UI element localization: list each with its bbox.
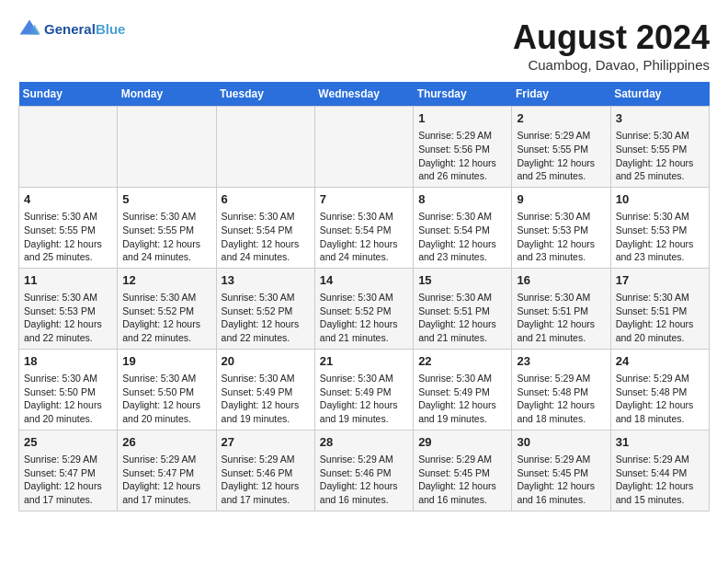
- day-info: Daylight: 12 hours: [222, 398, 310, 412]
- day-number: 15: [418, 272, 506, 289]
- day-info: Sunset: 5:52 PM: [320, 304, 408, 318]
- title-block: August 2024 Cuambog, Davao, Philippines: [513, 18, 710, 73]
- day-info: and 16 minutes.: [517, 493, 605, 507]
- day-info: Sunset: 5:45 PM: [517, 466, 605, 480]
- day-number: 9: [517, 191, 605, 208]
- day-number: 8: [418, 191, 506, 208]
- day-info: Sunset: 5:48 PM: [517, 385, 605, 399]
- day-info: Daylight: 12 hours: [24, 479, 112, 493]
- day-info: Sunrise: 5:29 AM: [616, 372, 704, 385]
- calendar-cell: 2Sunrise: 5:29 AMSunset: 5:55 PMDaylight…: [512, 107, 610, 188]
- day-info: Sunset: 5:51 PM: [616, 304, 704, 318]
- day-info: and 17 minutes.: [122, 493, 210, 507]
- calendar-cell: 7Sunrise: 5:30 AMSunset: 5:54 PMDaylight…: [314, 187, 413, 268]
- logo-line2: Blue: [96, 21, 126, 37]
- day-info: and 18 minutes.: [517, 412, 605, 426]
- day-info: Sunrise: 5:29 AM: [418, 453, 506, 466]
- day-info: Sunrise: 5:29 AM: [320, 453, 408, 466]
- day-info: and 23 minutes.: [517, 250, 605, 264]
- page-header: GeneralBlue August 2024 Cuambog, Davao, …: [18, 18, 710, 73]
- day-info: Daylight: 12 hours: [418, 156, 506, 170]
- day-number: 5: [122, 191, 210, 208]
- day-info: Sunset: 5:51 PM: [418, 304, 506, 318]
- day-info: Sunset: 5:54 PM: [418, 224, 506, 237]
- header-cell-sunday: Sunday: [19, 82, 118, 107]
- day-info: and 19 minutes.: [320, 412, 408, 426]
- day-info: Sunrise: 5:29 AM: [418, 129, 506, 143]
- calendar-cell: 3Sunrise: 5:30 AMSunset: 5:55 PMDaylight…: [610, 107, 709, 188]
- calendar-cell: 16Sunrise: 5:30 AMSunset: 5:51 PMDayligh…: [512, 268, 610, 349]
- day-info: Sunset: 5:51 PM: [517, 304, 605, 318]
- day-info: Daylight: 12 hours: [222, 317, 310, 331]
- calendar-cell: 30Sunrise: 5:29 AMSunset: 5:45 PMDayligh…: [512, 430, 610, 511]
- day-info: Sunrise: 5:29 AM: [222, 453, 310, 466]
- calendar-cell: [216, 107, 314, 188]
- calendar-cell: [314, 107, 413, 188]
- day-info: Sunset: 5:54 PM: [320, 224, 408, 237]
- logo-icon: [18, 18, 40, 40]
- day-info: Sunset: 5:53 PM: [24, 304, 112, 318]
- week-row-0: 1Sunrise: 5:29 AMSunset: 5:56 PMDaylight…: [19, 107, 710, 188]
- day-info: Daylight: 12 hours: [616, 317, 704, 331]
- day-info: Sunrise: 5:30 AM: [24, 291, 112, 304]
- header-cell-wednesday: Wednesday: [314, 82, 413, 107]
- day-info: Sunrise: 5:30 AM: [122, 372, 210, 385]
- day-number: 31: [616, 434, 704, 451]
- day-number: 28: [320, 434, 408, 451]
- header-cell-saturday: Saturday: [610, 82, 709, 107]
- day-number: 20: [222, 353, 310, 370]
- day-info: Daylight: 12 hours: [418, 479, 506, 493]
- day-info: Daylight: 12 hours: [517, 398, 605, 412]
- day-info: Daylight: 12 hours: [616, 479, 704, 493]
- calendar-cell: 25Sunrise: 5:29 AMSunset: 5:47 PMDayligh…: [19, 430, 118, 511]
- calendar-cell: 1Sunrise: 5:29 AMSunset: 5:56 PMDaylight…: [414, 107, 512, 188]
- day-info: and 21 minutes.: [418, 331, 506, 345]
- day-info: Sunset: 5:47 PM: [24, 466, 112, 480]
- day-info: and 15 minutes.: [616, 493, 704, 507]
- week-row-2: 11Sunrise: 5:30 AMSunset: 5:53 PMDayligh…: [19, 268, 710, 349]
- calendar-cell: 10Sunrise: 5:30 AMSunset: 5:53 PMDayligh…: [610, 187, 709, 268]
- day-info: Sunset: 5:54 PM: [222, 224, 310, 237]
- calendar-cell: [19, 107, 118, 188]
- day-info: Daylight: 12 hours: [122, 479, 210, 493]
- day-number: 12: [122, 272, 210, 289]
- calendar-cell: 23Sunrise: 5:29 AMSunset: 5:48 PMDayligh…: [512, 349, 610, 430]
- calendar-cell: 20Sunrise: 5:30 AMSunset: 5:49 PMDayligh…: [216, 349, 314, 430]
- header-cell-thursday: Thursday: [414, 82, 512, 107]
- day-info: Daylight: 12 hours: [122, 237, 210, 251]
- calendar-cell: 29Sunrise: 5:29 AMSunset: 5:45 PMDayligh…: [414, 430, 512, 511]
- day-info: Daylight: 12 hours: [418, 317, 506, 331]
- day-info: Sunrise: 5:29 AM: [517, 453, 605, 466]
- header-cell-friday: Friday: [512, 82, 610, 107]
- day-number: 11: [24, 272, 112, 289]
- calendar-cell: 14Sunrise: 5:30 AMSunset: 5:52 PMDayligh…: [314, 268, 413, 349]
- day-info: and 24 minutes.: [222, 250, 310, 264]
- day-info: and 17 minutes.: [24, 493, 112, 507]
- day-info: Sunrise: 5:30 AM: [222, 210, 310, 224]
- month-year: August 2024: [513, 18, 710, 57]
- day-info: Sunrise: 5:30 AM: [517, 291, 605, 304]
- day-info: and 19 minutes.: [222, 412, 310, 426]
- day-info: and 22 minutes.: [24, 331, 112, 345]
- day-info: Daylight: 12 hours: [320, 317, 408, 331]
- day-info: Sunset: 5:46 PM: [222, 466, 310, 480]
- calendar-cell: 4Sunrise: 5:30 AMSunset: 5:55 PMDaylight…: [19, 187, 118, 268]
- day-info: Daylight: 12 hours: [222, 479, 310, 493]
- day-number: 27: [222, 434, 310, 451]
- calendar-cell: 28Sunrise: 5:29 AMSunset: 5:46 PMDayligh…: [314, 430, 413, 511]
- day-info: Daylight: 12 hours: [320, 479, 408, 493]
- day-info: Sunrise: 5:30 AM: [616, 129, 704, 143]
- day-info: Sunset: 5:55 PM: [616, 143, 704, 156]
- day-info: Daylight: 12 hours: [24, 237, 112, 251]
- calendar-cell: 26Sunrise: 5:29 AMSunset: 5:47 PMDayligh…: [118, 430, 216, 511]
- day-number: 22: [418, 353, 506, 370]
- calendar-cell: 9Sunrise: 5:30 AMSunset: 5:53 PMDaylight…: [512, 187, 610, 268]
- day-info: Sunset: 5:56 PM: [418, 143, 506, 156]
- day-info: Sunrise: 5:29 AM: [122, 453, 210, 466]
- day-info: and 23 minutes.: [616, 250, 704, 264]
- day-info: and 17 minutes.: [222, 493, 310, 507]
- day-info: and 16 minutes.: [320, 493, 408, 507]
- day-number: 19: [122, 353, 210, 370]
- calendar-header: SundayMondayTuesdayWednesdayThursdayFrid…: [19, 82, 710, 107]
- day-info: Daylight: 12 hours: [320, 237, 408, 251]
